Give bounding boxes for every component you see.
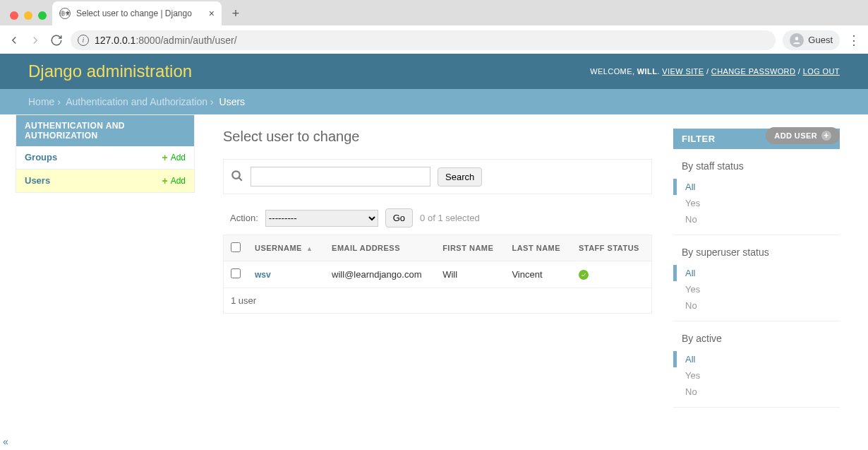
window-minimize-button[interactable] [24,11,32,20]
search-input[interactable] [251,167,430,186]
check-icon [579,270,589,280]
breadcrumb-home[interactable]: Home [28,96,54,107]
back-button[interactable] [7,33,21,47]
filter-option-link[interactable]: No [685,300,697,311]
new-tab-button[interactable]: + [226,4,246,23]
sidebar-section-title[interactable]: AUTHENTICATION AND AUTHORIZATION [16,115,194,146]
filter-option: Yes [673,367,840,384]
site-info-icon[interactable]: i [78,35,89,46]
traffic-lights [10,11,47,20]
col-username[interactable]: Username▲ [248,235,325,261]
paginator: 1 user [223,288,652,314]
col-first-name[interactable]: First name [435,235,505,261]
content: Select user to change Search Action: ---… [223,129,652,408]
globe-icon [59,8,71,19]
svg-point-2 [232,171,240,179]
col-last-name[interactable]: Last name [505,235,571,261]
sidebar: AUTHENTICATION AND AUTHORIZATION Groups+… [0,114,195,422]
window-close-button[interactable] [10,11,18,20]
sidebar-add-link[interactable]: + Add [162,175,186,186]
url-bar[interactable]: i 127.0.0.1:8000/admin/auth/user/ [71,30,776,50]
browser-menu-button[interactable]: ⋮ [847,32,861,48]
cell-staff [572,261,652,288]
reload-button[interactable] [49,33,64,47]
filter-option-link[interactable]: All [685,182,695,192]
add-user-label: ADD USER [774,131,817,140]
filter-option: Yes [673,195,840,211]
page-title: Select user to change [223,129,652,145]
username-link[interactable]: wsv [255,270,271,280]
col-staff[interactable]: Staff status [572,235,652,261]
browser-chrome: Select user to change | Django × + i 127… [0,0,868,54]
filter-group-label: By active [673,328,840,351]
action-select[interactable]: --------- [265,210,378,227]
filter-group-label: By superuser status [673,242,840,265]
filter-group-label: By staff status [673,156,840,179]
address-bar: i 127.0.0.1:8000/admin/auth/user/ Guest … [0,25,868,54]
filter-option-link[interactable]: All [685,354,695,365]
search-toolbar: Search [223,159,652,194]
svg-point-1 [795,37,799,40]
cell-first-name: Will [435,261,505,288]
select-all-checkbox[interactable] [231,242,241,252]
object-tools: ADD USER + [766,127,840,144]
filter-option: Yes [673,281,840,297]
filter-option-link[interactable]: No [685,386,697,397]
django-header: Django administration WELCOME, WILL. VIE… [0,54,868,89]
filter-group: By activeAllYesNo [673,321,840,408]
row-checkbox[interactable] [231,268,241,278]
filter-option-link[interactable]: Yes [685,370,700,381]
col-email[interactable]: Email address [325,235,435,261]
sort-asc-icon: ▲ [306,245,313,252]
search-icon [231,170,243,184]
go-button[interactable]: Go [385,208,413,227]
tab-close-icon[interactable]: × [209,8,215,19]
current-user: WILL [637,67,657,76]
filter-option-link[interactable]: Yes [685,284,700,295]
select-all-header [224,235,248,261]
filter-group: By staff statusAllYesNo [673,149,840,235]
filter-group: By superuser statusAllYesNo [673,235,840,321]
action-label: Action: [230,213,258,223]
site-brand[interactable]: Django administration [28,61,192,81]
filter-panel: FILTER By staff statusAllYesNoBy superus… [673,129,840,408]
logout-link[interactable]: LOG OUT [803,67,840,76]
profile-chip[interactable]: Guest [783,30,840,50]
sidebar-model-link[interactable]: Users [25,175,50,186]
svg-line-3 [239,177,242,181]
add-user-button[interactable]: ADD USER + [766,127,840,144]
browser-tab[interactable]: Select user to change | Django × [52,1,222,25]
sidebar-module: AUTHENTICATION AND AUTHORIZATION Groups+… [16,114,195,193]
plus-icon: + [821,131,831,141]
selection-counter: 0 of 1 selected [420,213,480,223]
tab-strip: Select user to change | Django × + [0,0,868,25]
user-links: WELCOME, WILL. VIEW SITE / CHANGE PASSWO… [590,67,840,76]
filter-option: All [673,351,840,367]
cell-email: will@learndjango.com [325,261,435,288]
breadcrumb-current: Users [219,96,246,107]
view-site-link[interactable]: VIEW SITE [662,67,704,76]
filter-option: No [673,297,840,314]
forward-button[interactable] [28,33,42,47]
filter-option-link[interactable]: Yes [685,198,700,208]
filter-option: No [673,211,840,227]
results-table: Username▲ Email address First name Last … [223,235,652,288]
sidebar-item-groups: Groups+ Add [16,146,194,169]
breadcrumb-app[interactable]: Authentication and Authorization [66,96,207,107]
sidebar-model-link[interactable]: Groups [25,152,57,163]
plus-icon: + [162,152,167,163]
cell-last-name: Vincent [505,261,571,288]
url-text: 127.0.0.1:8000/admin/auth/user/ [95,35,237,46]
filter-option-link[interactable]: No [685,214,697,225]
table-row: wsvwill@learndjango.comWillVincent [224,261,652,288]
avatar-icon [790,33,804,47]
filter-option: All [673,265,840,281]
sidebar-item-users: Users+ Add [16,169,194,192]
filter-option-link[interactable]: All [685,268,695,278]
window-zoom-button[interactable] [38,11,47,20]
welcome-text: WELCOME, [590,67,637,76]
search-button[interactable]: Search [438,167,482,186]
plus-icon: + [162,175,167,186]
change-password-link[interactable]: CHANGE PASSWORD [711,67,795,76]
sidebar-add-link[interactable]: + Add [162,152,186,163]
